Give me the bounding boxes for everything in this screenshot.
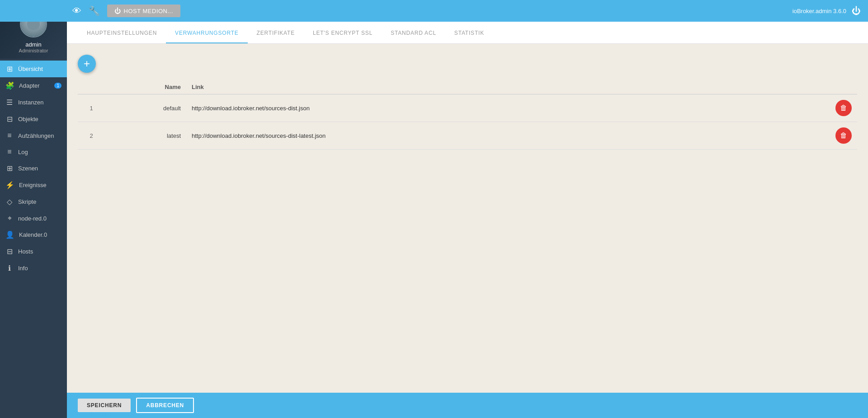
nav-icon-ereignisse: ⚡ (5, 181, 14, 189)
row-num: 1 (78, 94, 105, 122)
nav-label-info: Info (18, 265, 28, 272)
col-action (830, 80, 857, 94)
badge-adapter: 1 (54, 83, 61, 89)
repository-table: Name Link 1 default http://download.iobr… (78, 80, 857, 150)
sidebar-role: Administrator (19, 48, 48, 53)
nav-icon-node-red: ⌖ (5, 214, 14, 222)
power-small-icon: ⏻ (114, 7, 121, 14)
sidebar-item-szenen[interactable]: ⊞ Szenen (0, 160, 67, 177)
sidebar-item-instanzen[interactable]: ☰ Instanzen (0, 94, 67, 111)
sidebar-item-ereignisse[interactable]: ⚡ Ereignisse (0, 177, 67, 193)
sidebar-item-hosts[interactable]: ⊟ Hosts (0, 243, 67, 260)
tab-standardacl[interactable]: STANDARD ACL (382, 22, 445, 43)
add-button[interactable]: + (78, 55, 96, 73)
nav-icon-uebersicht: ⊞ (5, 65, 14, 73)
nav-icon-skripte: ◇ (5, 197, 14, 206)
save-button[interactable]: SPEICHERN (78, 399, 131, 412)
sidebar-item-info[interactable]: ℹ Info (0, 260, 67, 277)
tab-letsencrypt[interactable]: LET'S ENCRYPT SSL (304, 22, 382, 43)
content-area: + Name Link 1 default http://download.io… (67, 44, 868, 418)
tab-zertifikate[interactable]: ZERTIFIKATE (248, 22, 304, 43)
tabs-bar: HAUPTEINSTELLUNGENVERWAHRUNGSORTEZERTIFI… (67, 22, 868, 44)
nav-label-ereignisse: Ereignisse (19, 182, 47, 188)
sidebar-item-uebersicht[interactable]: ⊞ Übersicht (0, 61, 67, 77)
nav-label-uebersicht: Übersicht (18, 66, 43, 72)
col-num (78, 80, 105, 94)
power-icon[interactable]: ⏻ (852, 6, 861, 16)
table-row: 1 default http://download.iobroker.net/s… (78, 94, 857, 122)
main-content: HAUPTEINSTELLUNGENVERWAHRUNGSORTEZERTIFI… (67, 22, 868, 418)
nav-icon-kalender: 👤 (5, 230, 14, 239)
nav-icon-hosts: ⊟ (5, 247, 14, 256)
nav-icon-adapter: 🧩 (5, 81, 14, 90)
host-button[interactable]: ⏻ HOST MEDION... (107, 5, 180, 17)
sidebar-nav: ⊞ Übersicht 🧩 Adapter 1 ☰ Instanzen ⊟ Ob… (0, 59, 67, 418)
tab-haupteinstellungen[interactable]: HAUPTEINSTELLUNGEN (78, 22, 166, 43)
sidebar-username: admin (25, 41, 41, 48)
nav-icon-aufzaehlungen: ≡ (5, 132, 14, 140)
version-label: ioBroker.admin 3.6.0 (793, 8, 846, 14)
delete-button[interactable]: 🗑 (835, 127, 852, 144)
nav-icon-objekte: ⊟ (5, 115, 14, 123)
table-row: 2 latest http://download.iobroker.net/so… (78, 122, 857, 150)
nav-label-node-red: node-red.0 (18, 215, 47, 222)
col-link: Link (186, 80, 830, 94)
sidebar-item-skripte[interactable]: ◇ Skripte (0, 193, 67, 210)
nav-label-hosts: Hosts (18, 248, 33, 255)
table-body: 1 default http://download.iobroker.net/s… (78, 94, 857, 150)
nav-label-aufzaehlungen: Aufzählungen (18, 132, 54, 139)
nav-label-kalender: Kalender.0 (19, 231, 47, 238)
wrench-icon[interactable]: 🔧 (89, 5, 100, 16)
cancel-button[interactable]: ABBRECHEN (136, 398, 194, 413)
row-link: http://download.iobroker.net/sources-dis… (186, 94, 830, 122)
host-btn-label: HOST MEDION... (124, 8, 173, 14)
nav-icon-info: ℹ (5, 264, 14, 272)
sidebar-item-node-red[interactable]: ⌖ node-red.0 (0, 210, 67, 226)
col-name: Name (105, 80, 186, 94)
row-name: latest (105, 122, 186, 150)
nav-icon-szenen: ⊞ (5, 164, 14, 173)
nav-icon-instanzen: ☰ (5, 98, 14, 107)
topbar-right: ioBroker.admin 3.6.0 ⏻ (793, 6, 868, 16)
bottom-bar: SPEICHERN ABBRECHEN (67, 393, 868, 418)
sidebar-item-aufzaehlungen[interactable]: ≡ Aufzählungen (0, 127, 67, 144)
row-name: default (105, 94, 186, 122)
sidebar-item-kalender[interactable]: 👤 Kalender.0 (0, 226, 67, 243)
tab-verwahrungsorte[interactable]: VERWAHRUNGSORTE (166, 22, 247, 43)
sidebar-item-log[interactable]: ≡ Log (0, 144, 67, 160)
nav-label-szenen: Szenen (18, 165, 38, 172)
nav-label-log: Log (18, 149, 28, 155)
row-action: 🗑 (830, 122, 857, 150)
nav-label-adapter: Adapter (19, 82, 40, 89)
eye-icon[interactable]: 👁 (72, 6, 81, 16)
topbar-icons: 👁 🔧 ⏻ HOST MEDION... (67, 5, 186, 17)
table-header: Name Link (78, 80, 857, 94)
nav-icon-log: ≡ (5, 148, 14, 156)
sidebar-item-objekte[interactable]: ⊟ Objekte (0, 111, 67, 127)
row-action: 🗑 (830, 94, 857, 122)
nav-label-objekte: Objekte (18, 116, 38, 122)
tab-statistik[interactable]: STATISTIK (445, 22, 493, 43)
nav-label-instanzen: Instanzen (18, 99, 43, 106)
topbar: 👁 🔧 ⏻ HOST MEDION... ioBroker.admin 3.6.… (0, 0, 868, 22)
sidebar-item-adapter[interactable]: 🧩 Adapter 1 (0, 77, 67, 94)
row-link: http://download.iobroker.net/sources-dis… (186, 122, 830, 150)
delete-button[interactable]: 🗑 (835, 100, 852, 116)
row-num: 2 (78, 122, 105, 150)
sidebar: ▽ ✕ admin Administrator ⊞ Übersicht 🧩 Ad… (0, 0, 67, 418)
nav-label-skripte: Skripte (18, 198, 36, 205)
